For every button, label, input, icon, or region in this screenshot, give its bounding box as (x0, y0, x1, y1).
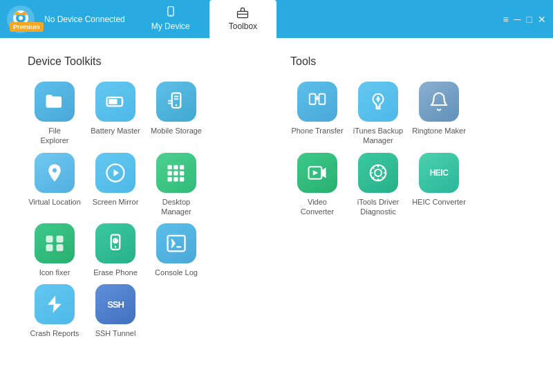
svg-rect-18 (168, 171, 172, 175)
svg-rect-15 (168, 165, 172, 169)
tools-title: Tools (290, 55, 525, 68)
ssh-tunnel-label: SSH Tunnel (95, 328, 136, 338)
tool-itools-driver[interactable]: iTools DriverDiagnostic (351, 153, 405, 217)
menu-button[interactable]: ≡ (503, 14, 508, 25)
mobile-storage-label: Mobile Storage (151, 126, 202, 136)
itools-driver-icon (358, 153, 398, 193)
svg-rect-23 (180, 177, 184, 181)
svg-rect-22 (174, 177, 178, 181)
video-converter-label: VideoConverter (301, 197, 334, 217)
tool-ssh-tunnel[interactable]: SSH SSH Tunnel (88, 284, 142, 338)
ringtone-maker-label: Ringtone Maker (412, 126, 466, 136)
svg-marker-37 (313, 170, 319, 176)
tools-grid: Phone Transfer iTunes BackupManager Ring… (290, 82, 525, 216)
svg-rect-16 (174, 165, 178, 169)
video-converter-icon (297, 153, 337, 193)
svg-rect-26 (46, 244, 53, 251)
tool-crash-reports[interactable]: Crash Reports (28, 284, 82, 338)
nav-tabs: My Device Toolbox (132, 0, 276, 38)
toolbox-icon (236, 6, 250, 19)
close-button[interactable]: ✕ (538, 14, 546, 25)
ringtone-maker-icon (419, 82, 459, 122)
mobile-storage-icon (156, 82, 196, 122)
console-log-label: Console Log (155, 268, 198, 277)
crash-reports-label: Crash Reports (30, 328, 79, 338)
svg-rect-32 (310, 94, 316, 104)
svg-rect-33 (319, 94, 326, 104)
file-explorer-label: FileExplorer (41, 126, 69, 146)
icon-fixer-label: Icon fixer (39, 268, 71, 277)
svg-rect-10 (109, 99, 118, 104)
tool-battery-master[interactable]: Battery Master (88, 82, 142, 146)
tool-screen-mirror[interactable]: Screen Mirror (88, 153, 142, 217)
my-device-icon (164, 6, 178, 19)
virtual-location-label: Virtual Location (28, 197, 81, 207)
tool-phone-transfer[interactable]: Phone Transfer (290, 82, 344, 146)
svg-rect-35 (375, 108, 381, 110)
crash-reports-icon (35, 284, 75, 324)
screen-mirror-label: Screen Mirror (93, 197, 139, 207)
virtual-location-icon (35, 153, 75, 193)
tool-itunes-backup[interactable]: iTunes BackupManager (351, 82, 405, 146)
minimize-button[interactable]: ─ (514, 14, 521, 25)
erase-phone-label: Erase Phone (93, 268, 138, 277)
svg-point-4 (19, 16, 23, 20)
tool-desktop-manager[interactable]: DesktopManager (149, 153, 203, 217)
tool-ringtone-maker[interactable]: Ringtone Maker (412, 82, 466, 146)
tool-video-converter[interactable]: VideoConverter (290, 153, 344, 217)
svg-point-29 (115, 246, 117, 248)
tool-heic-converter[interactable]: HEIC HEIC Converter (412, 153, 466, 217)
tool-virtual-location[interactable]: Virtual Location (28, 153, 82, 217)
main-content: Device Toolkits FileExplorer Battery Mas… (0, 38, 553, 392)
battery-master-icon (95, 82, 135, 122)
no-device-label: No Device Connected (44, 15, 125, 24)
battery-master-label: Battery Master (91, 126, 140, 136)
itunes-backup-label: iTunes BackupManager (353, 126, 403, 146)
tools-section: Tools Phone Transfer iTunes BackupManage… (290, 55, 525, 339)
erase-phone-icon (95, 223, 135, 263)
svg-marker-14 (114, 169, 120, 176)
premium-badge: Premium (10, 22, 44, 32)
tool-file-explorer[interactable]: FileExplorer (28, 82, 82, 146)
svg-rect-17 (180, 165, 184, 169)
maximize-button[interactable]: □ (527, 14, 532, 25)
screen-mirror-icon (95, 153, 135, 193)
svg-rect-24 (46, 236, 53, 243)
window-controls: ≡ ─ □ ✕ (503, 14, 546, 25)
svg-rect-31 (168, 236, 185, 252)
svg-point-12 (176, 104, 178, 106)
tool-erase-phone[interactable]: Erase Phone (88, 223, 142, 277)
tool-console-log[interactable]: Console Log (149, 223, 203, 277)
svg-rect-20 (180, 171, 184, 175)
phone-transfer-label: Phone Transfer (291, 126, 343, 136)
heic-converter-icon: HEIC (419, 153, 459, 193)
tab-toolbox[interactable]: Toolbox (209, 0, 276, 38)
svg-rect-5 (168, 7, 174, 16)
phone-transfer-icon (297, 82, 337, 122)
tool-mobile-storage[interactable]: Mobile Storage (149, 82, 203, 146)
svg-rect-19 (174, 171, 178, 175)
device-toolkits-section: Device Toolkits FileExplorer Battery Mas… (28, 55, 263, 339)
ssh-tunnel-icon: SSH (95, 284, 135, 324)
tab-my-device[interactable]: My Device (132, 0, 209, 38)
device-toolkits-grid: FileExplorer Battery Master Mobile Stora… (28, 82, 263, 339)
desktop-manager-label: DesktopManager (161, 197, 191, 217)
file-explorer-icon (35, 82, 75, 122)
svg-rect-21 (168, 177, 172, 181)
heic-converter-label: HEIC Converter (412, 197, 466, 207)
console-log-icon (156, 223, 196, 263)
itools-driver-label: iTools DriverDiagnostic (357, 197, 400, 217)
svg-rect-27 (57, 244, 64, 251)
desktop-manager-icon (156, 153, 196, 193)
tool-icon-fixer[interactable]: Icon fixer (28, 223, 82, 277)
icon-fixer-icon (35, 223, 75, 263)
device-toolkits-title: Device Toolkits (28, 55, 263, 68)
title-bar: No Device Connected Premium My Device To… (0, 0, 553, 38)
svg-point-39 (375, 169, 382, 176)
itunes-backup-icon (358, 82, 398, 122)
svg-rect-25 (57, 236, 64, 243)
sections-wrapper: Device Toolkits FileExplorer Battery Mas… (28, 55, 525, 339)
